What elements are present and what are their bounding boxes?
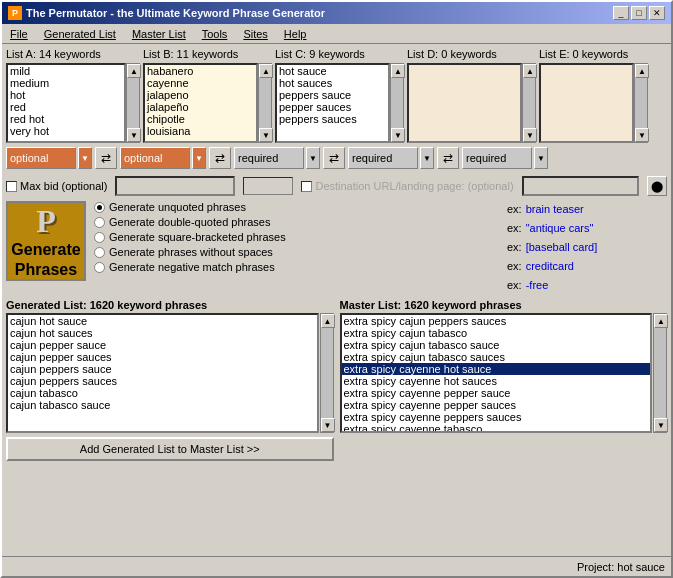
radio-no-spaces[interactable]: Generate phrases without spaces: [94, 246, 499, 258]
dropdown-d[interactable]: required: [348, 147, 418, 169]
list-item[interactable]: red: [8, 101, 124, 113]
dropdown-b-arrow[interactable]: ▼: [192, 147, 206, 169]
generate-button[interactable]: P GeneratePhrases: [6, 201, 86, 281]
radio-double-quoted[interactable]: Generate double-quoted phrases: [94, 216, 499, 228]
radio-negative-btn[interactable]: [94, 262, 105, 273]
list-e[interactable]: [539, 63, 634, 143]
dropdown-b[interactable]: optional: [120, 147, 190, 169]
list-a[interactable]: mild medium hot red red hot very hot: [6, 63, 126, 143]
generated-list-scrollbar[interactable]: ▲ ▼: [320, 313, 334, 433]
go-button[interactable]: ⬤: [647, 176, 667, 196]
dropdown-a-arrow[interactable]: ▼: [78, 147, 92, 169]
list-item[interactable]: extra spicy cajun tabasco sauce: [342, 339, 651, 351]
list-b-scrollbar[interactable]: ▲ ▼: [258, 63, 272, 143]
scroll-down-e[interactable]: ▼: [635, 128, 649, 142]
radio-negative[interactable]: Generate negative match phrases: [94, 261, 499, 273]
list-item-highlighted[interactable]: extra spicy cayenne hot sauce: [342, 363, 651, 375]
dropdown-c[interactable]: required: [234, 147, 304, 169]
scroll-up-master[interactable]: ▲: [654, 314, 668, 328]
menu-generated-list[interactable]: Generated List: [40, 27, 120, 41]
list-item[interactable]: hot: [8, 89, 124, 101]
list-item[interactable]: cajun pepper sauces: [8, 351, 317, 363]
list-item[interactable]: peppers sauce: [277, 89, 388, 101]
menu-help[interactable]: Help: [280, 27, 311, 41]
list-d[interactable]: [407, 63, 522, 143]
radio-unquoted-btn[interactable]: [94, 202, 105, 213]
scroll-up-e[interactable]: ▲: [635, 64, 649, 78]
list-item[interactable]: hot sauces: [277, 77, 388, 89]
swap-de-button[interactable]: ⇄: [437, 147, 459, 169]
list-item[interactable]: red hot: [8, 113, 124, 125]
scroll-up-b[interactable]: ▲: [259, 64, 273, 78]
dropdown-a[interactable]: optional: [6, 147, 76, 169]
radio-no-spaces-btn[interactable]: [94, 247, 105, 258]
maxbid-slider[interactable]: [243, 177, 293, 195]
scroll-down-a[interactable]: ▼: [127, 128, 141, 142]
menu-tools[interactable]: Tools: [198, 27, 232, 41]
list-item[interactable]: peppers sauces: [277, 113, 388, 125]
list-item[interactable]: extra spicy cajun tabasco: [342, 327, 651, 339]
maximize-button[interactable]: □: [631, 6, 647, 20]
menu-master-list[interactable]: Master List: [128, 27, 190, 41]
list-item[interactable]: louisiana: [145, 125, 256, 137]
radio-double-quoted-btn[interactable]: [94, 217, 105, 228]
dropdown-d-arrow[interactable]: ▼: [420, 147, 434, 169]
list-a-scrollbar[interactable]: ▲ ▼: [126, 63, 140, 143]
scroll-down-c[interactable]: ▼: [391, 128, 405, 142]
list-item[interactable]: extra spicy cayenne pepper sauces: [342, 399, 651, 411]
radio-square-bracketed-btn[interactable]: [94, 232, 105, 243]
list-item[interactable]: extra spicy cayenne pepper sauce: [342, 387, 651, 399]
destination-checkbox[interactable]: [301, 181, 312, 192]
list-item[interactable]: cajun pepper sauce: [8, 339, 317, 351]
list-item[interactable]: cayenne: [145, 77, 256, 89]
radio-unquoted[interactable]: Generate unquoted phrases: [94, 201, 499, 213]
minimize-button[interactable]: _: [613, 6, 629, 20]
list-item[interactable]: cajun tabasco: [8, 387, 317, 399]
menu-file[interactable]: File: [6, 27, 32, 41]
list-item[interactable]: chipotle: [145, 113, 256, 125]
list-item[interactable]: jalapeno: [145, 89, 256, 101]
list-c[interactable]: hot sauce hot sauces peppers sauce peppe…: [275, 63, 390, 143]
scroll-up-d[interactable]: ▲: [523, 64, 537, 78]
dropdown-c-arrow[interactable]: ▼: [306, 147, 320, 169]
list-item[interactable]: extra spicy cajun peppers sauces: [342, 315, 651, 327]
list-item[interactable]: habanero: [145, 65, 256, 77]
list-item[interactable]: cajun peppers sauces: [8, 375, 317, 387]
scroll-down-b[interactable]: ▼: [259, 128, 273, 142]
list-item[interactable]: pepper sauces: [277, 101, 388, 113]
list-e-scrollbar[interactable]: ▲ ▼: [634, 63, 648, 143]
master-list-scrollbar[interactable]: ▲ ▼: [653, 313, 667, 433]
list-item[interactable]: cajun hot sauce: [8, 315, 317, 327]
radio-square-bracketed[interactable]: Generate square-bracketed phrases: [94, 231, 499, 243]
list-item[interactable]: extra spicy cayenne tabasco: [342, 423, 651, 433]
scroll-down-gen[interactable]: ▼: [321, 418, 335, 432]
master-list[interactable]: extra spicy cajun peppers sauces extra s…: [340, 313, 653, 433]
swap-bc-button[interactable]: ⇄: [209, 147, 231, 169]
swap-ab-button[interactable]: ⇄: [95, 147, 117, 169]
generated-list[interactable]: cajun hot sauce cajun hot sauces cajun p…: [6, 313, 319, 433]
list-item[interactable]: cajun tabasco sauce: [8, 399, 317, 411]
maxbid-input[interactable]: [115, 176, 235, 196]
list-item[interactable]: cajun hot sauces: [8, 327, 317, 339]
scroll-down-master[interactable]: ▼: [654, 418, 668, 432]
add-to-master-button[interactable]: Add Generated List to Master List >>: [6, 437, 334, 461]
list-d-scrollbar[interactable]: ▲ ▼: [522, 63, 536, 143]
list-item[interactable]: hot sauce: [277, 65, 388, 77]
dropdown-e-arrow[interactable]: ▼: [534, 147, 548, 169]
maxbid-checkbox[interactable]: [6, 181, 17, 192]
scroll-up-c[interactable]: ▲: [391, 64, 405, 78]
list-item[interactable]: jalapeño: [145, 101, 256, 113]
list-item[interactable]: extra spicy cajun tabasco sauces: [342, 351, 651, 363]
close-button[interactable]: ✕: [649, 6, 665, 20]
destination-input[interactable]: [522, 176, 639, 196]
scroll-down-d[interactable]: ▼: [523, 128, 537, 142]
scroll-up-gen[interactable]: ▲: [321, 314, 335, 328]
list-b[interactable]: habanero cayenne jalapeno jalapeño chipo…: [143, 63, 258, 143]
list-item[interactable]: extra spicy cayenne hot sauces: [342, 375, 651, 387]
scroll-up-a[interactable]: ▲: [127, 64, 141, 78]
list-item[interactable]: very hot: [8, 125, 124, 137]
dropdown-e[interactable]: required: [462, 147, 532, 169]
list-item[interactable]: mild: [8, 65, 124, 77]
list-item[interactable]: cajun peppers sauce: [8, 363, 317, 375]
menu-sites[interactable]: Sites: [239, 27, 271, 41]
